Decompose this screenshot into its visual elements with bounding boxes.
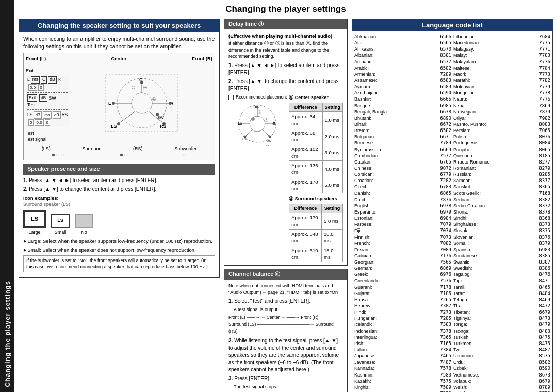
lang-code: 8472 — [539, 303, 550, 309]
rs-bottom: (RS) — [133, 145, 143, 152]
lang-code: 8575 — [539, 353, 550, 359]
list-item: Thai:8472 — [453, 303, 550, 309]
list-item: Basque:6985 — [354, 103, 451, 109]
list-item: Bashkir:6665 — [354, 96, 451, 102]
lang-code: 6979 — [440, 209, 451, 215]
speaker-diagram: Front (L) Center Front (R) Exit — [23, 53, 215, 160]
lang-name: Swedish: — [453, 265, 472, 271]
lang-name: Chinese: — [354, 165, 373, 171]
lang-code: 6566 — [440, 34, 451, 40]
lang-name: Guarani: — [354, 284, 372, 290]
svg-text:SW: SW — [266, 139, 272, 143]
lang-code: 8465 — [539, 284, 550, 290]
channel-note: Note when not connected with HDMI termin… — [228, 283, 343, 296]
list-item: Welsh:8789 — [453, 384, 550, 390]
lang-code: 7776 — [539, 59, 550, 65]
lang-code: 8381 — [440, 52, 451, 58]
list-item: French:7082 — [354, 240, 451, 247]
lang-name: Nauru: — [453, 96, 467, 102]
center-table-h1: Difference — [289, 103, 322, 112]
lang-name: Tonga: — [453, 321, 467, 328]
speaker-presence-header: Speaker presence and size — [23, 164, 215, 174]
lang-name: Icelandic: — [354, 321, 374, 328]
lang-code: 7782 — [539, 77, 550, 84]
subwoofer-note: If the subwoofer is set to "No", the fro… — [23, 255, 215, 272]
lang-code: 8679 — [539, 378, 550, 384]
lang-code: 6865 — [440, 190, 451, 197]
list-item: Tigrinya:8473 — [453, 315, 550, 321]
lang-name: Assamese: — [354, 77, 378, 84]
list-item: Frisian:7089 — [354, 247, 451, 253]
list-item: Galician:7176 — [354, 253, 451, 259]
list-item: Kazakh:7575 — [354, 378, 451, 384]
test-stops: The test signal stops. — [234, 384, 343, 390]
list-item: Serbo-Croatian:8372 — [453, 203, 550, 209]
list-item: Estonian:6984 — [354, 215, 451, 221]
lang-name: Czech: — [354, 184, 369, 190]
test-signal-output: A test signal is output. — [234, 306, 343, 313]
lang-code: 8582 — [539, 359, 550, 365]
svg-line-18 — [120, 111, 135, 122]
list-item: Sindhi:8368 — [453, 215, 550, 221]
list-item: Tamil:8465 — [453, 284, 550, 290]
lang-name: German: — [354, 265, 372, 271]
sidebar-strip: Changing the player settings — [0, 0, 14, 392]
lang-code: 7982 — [539, 115, 550, 121]
list-item: Marathi:7782 — [453, 77, 550, 84]
lang-code: 7082 — [440, 240, 451, 247]
lang-name: Thai: — [453, 303, 464, 309]
lang-name: Tsonga: — [453, 328, 470, 334]
lang-name: Abkhazian: — [354, 34, 378, 40]
lang-code: 7178 — [440, 284, 451, 290]
lang-name: Malagasy: — [453, 46, 474, 52]
svg-line-39 — [246, 130, 252, 136]
bullet-large: ● Large: Select when the speaker support… — [23, 238, 215, 244]
lang-name: Indonesian: — [354, 328, 379, 334]
lang-code: 8378 — [539, 209, 550, 215]
lang-name: Moldavian: — [453, 84, 476, 90]
lang-code: 6678 — [440, 109, 451, 115]
list-item: Chinese:9072 — [354, 165, 451, 171]
svg-point-12 — [117, 122, 120, 125]
list-item: Russian:8285 — [453, 171, 550, 177]
lang-name: Maori: — [453, 71, 466, 77]
lang-name: Telugu: — [453, 297, 468, 303]
lang-code: 8368 — [539, 215, 550, 221]
lang-name: Sanskrit: — [453, 184, 471, 190]
list-item: Ukrainian:8575 — [453, 353, 550, 359]
list-item: Sanskrit:8365 — [453, 184, 550, 190]
list-item: Swahili:8387 — [453, 259, 550, 265]
list-item: Assamese:6583 — [354, 77, 451, 84]
icon-examples-label: Icon examples: — [23, 194, 215, 201]
lang-code: 8385 — [539, 253, 550, 259]
lang-code: 8484 — [539, 290, 550, 297]
lang-name: Maltese: — [453, 65, 471, 71]
lang-code: 8373 — [539, 221, 550, 227]
lang-name: Tamil: — [453, 284, 466, 290]
lang-name: Cambodian: — [354, 153, 380, 159]
list-item: Kashmiri:7583 — [354, 372, 451, 378]
lang-code: 7285 — [440, 315, 451, 321]
lang-code: 8083 — [539, 121, 550, 127]
lang-code: 6679 — [539, 309, 550, 315]
list-item: German:6869 — [354, 265, 451, 271]
lang-name: Basque: — [354, 103, 371, 109]
lang-code: 6984 — [440, 215, 451, 221]
lang-code: 7578 — [440, 365, 451, 371]
lang-code: 7384 — [440, 347, 451, 353]
lang-code: 6582 — [440, 65, 451, 71]
lang-code: 7589 — [440, 384, 451, 390]
lang-name: Breton: — [354, 127, 369, 134]
lang-name: Quechua: — [453, 153, 473, 159]
list-item: Tajik:8471 — [453, 277, 550, 284]
lang-code: 6672 — [440, 121, 451, 127]
svg-text:ⓐ: ⓐ — [258, 110, 261, 114]
list-item: Malayalam:7776 — [453, 59, 550, 65]
lang-name: Russian: — [453, 171, 471, 177]
lang-column-2: Lithuanian:7684Macedonian:7775Malagasy:7… — [453, 34, 550, 392]
list-item: Turkish:8475 — [453, 334, 550, 340]
lang-name: Oriya: — [453, 115, 466, 121]
lang-code: 7773 — [539, 71, 550, 77]
surround-speakers-table: Difference Setting Approx. 170 cm5.0 msA… — [289, 204, 343, 262]
lang-name: Kazakh: — [354, 378, 371, 384]
